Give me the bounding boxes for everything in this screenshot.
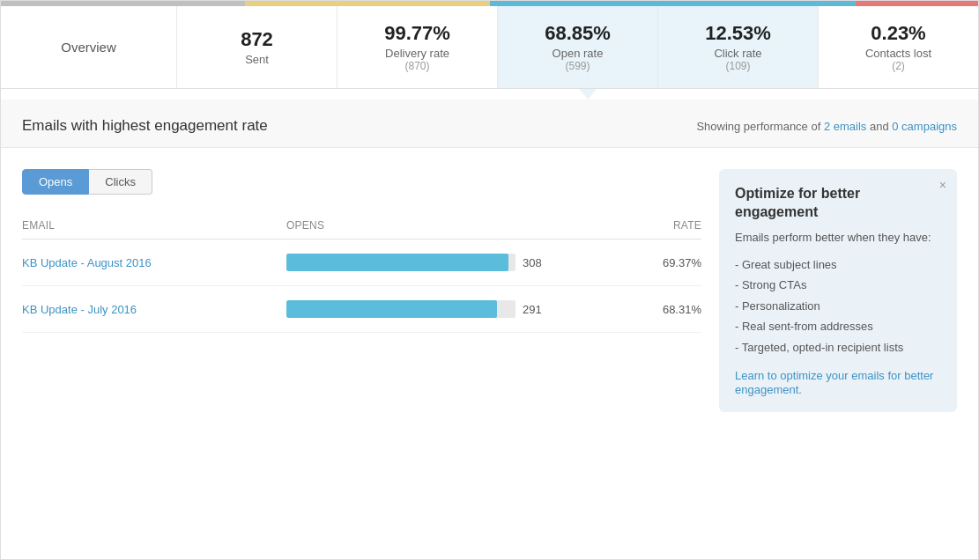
- section-title: Emails with highest engagement rate: [22, 117, 268, 135]
- email-cell-2: KB Update - July 2016: [22, 302, 286, 316]
- stat-sent-value: 872: [241, 28, 273, 51]
- col-header-opens: Opens: [286, 219, 631, 232]
- stat-click-label: Click rate: [714, 47, 761, 60]
- tab-clicks[interactable]: Clicks: [89, 169, 152, 195]
- email-link-1[interactable]: KB Update - August 2016: [22, 256, 152, 269]
- meta-prefix: Showing performance of: [696, 120, 824, 133]
- bar-container-1: 308: [286, 254, 631, 271]
- opens-cell-1: 308: [286, 254, 631, 271]
- tip-item-2: - Strong CTAs: [735, 275, 941, 295]
- stat-delivery-value: 99.77%: [384, 22, 450, 45]
- bar-count-2: 291: [523, 303, 549, 316]
- tab-buttons: Opens Clicks: [22, 169, 701, 195]
- stat-sent-label: Sent: [245, 53, 269, 66]
- section-header: Emails with highest engagement rate Show…: [1, 99, 978, 148]
- overview-label: Overview: [61, 40, 116, 55]
- stat-click: 12.53% Click rate (109): [658, 6, 819, 88]
- stat-sent: 872 Sent: [177, 6, 337, 88]
- rate-value-1: 69.37%: [663, 256, 701, 269]
- rate-cell-1: 69.37%: [631, 255, 701, 269]
- data-table: Email Opens Rate KB Update - August 2016: [22, 212, 701, 333]
- tip-box: × Optimize for better engagement Emails …: [719, 169, 957, 412]
- table-row: KB Update - July 2016 291 68.31%: [22, 286, 701, 333]
- bar-track-1: [286, 254, 515, 271]
- bar-count-1: 308: [523, 256, 549, 269]
- stat-open-label: Open rate: [553, 47, 604, 60]
- rate-cell-2: 68.31%: [631, 302, 701, 316]
- bar-fill-1: [286, 254, 508, 271]
- stat-lost-sub: (2): [892, 60, 905, 72]
- stats-row: Overview 872 Sent 99.77% Delivery rate (…: [1, 6, 978, 89]
- highlight-pointer: [579, 89, 597, 99]
- stat-delivery: 99.77% Delivery rate (870): [337, 6, 498, 88]
- stat-lost-value: 0.23%: [871, 22, 925, 45]
- stat-delivery-sub: (870): [404, 60, 429, 72]
- table-row: KB Update - August 2016 308 69.37%: [22, 239, 701, 286]
- stats-row-wrapper: Overview 872 Sent 99.77% Delivery rate (…: [1, 6, 978, 99]
- stat-open-sub: (599): [565, 60, 590, 72]
- tip-item-5: - Targeted, opted-in recipient lists: [735, 337, 941, 357]
- chart-area: Opens Clicks Email Opens Rate KB Update …: [22, 169, 701, 538]
- tip-title: Optimize for better engagement: [735, 185, 941, 222]
- tip-item-1: - Great subject lines: [735, 254, 941, 275]
- stat-click-sub: (109): [725, 60, 750, 72]
- campaigns-link[interactable]: 0 campaigns: [892, 120, 957, 133]
- tab-opens[interactable]: Opens: [22, 169, 89, 195]
- stat-click-value: 12.53%: [705, 22, 771, 45]
- meta-middle: and: [870, 120, 892, 133]
- close-icon[interactable]: ×: [939, 178, 946, 192]
- bar-fill-2: [286, 300, 497, 318]
- stat-lost: 0.23% Contacts lost (2): [819, 6, 978, 88]
- stat-lost-label: Contacts lost: [865, 47, 931, 60]
- page-container: Overview 872 Sent 99.77% Delivery rate (…: [0, 0, 979, 560]
- email-cell-1: KB Update - August 2016: [22, 255, 286, 269]
- email-link-2[interactable]: KB Update - July 2016: [22, 303, 137, 316]
- bar-track-2: [286, 300, 515, 318]
- tip-intro: Emails perform better when they have:: [735, 231, 941, 244]
- opens-cell-2: 291: [286, 300, 631, 318]
- stat-overview: Overview: [1, 6, 177, 88]
- col-header-email: Email: [22, 219, 286, 232]
- bar-container-2: 291: [286, 300, 631, 318]
- emails-link[interactable]: 2 emails: [824, 120, 866, 133]
- tip-list: - Great subject lines - Strong CTAs - Pe…: [735, 254, 941, 357]
- col-header-rate: Rate: [631, 219, 701, 232]
- rate-value-2: 68.31%: [663, 303, 701, 316]
- table-header: Email Opens Rate: [22, 212, 701, 239]
- tip-item-3: - Personalization: [735, 296, 941, 316]
- section-meta: Showing performance of 2 emails and 0 ca…: [696, 120, 957, 133]
- stat-delivery-label: Delivery rate: [385, 47, 449, 60]
- stat-open: 68.85% Open rate (599): [498, 6, 658, 88]
- tip-item-4: - Real sent-from addresses: [735, 316, 941, 336]
- main-content: Opens Clicks Email Opens Rate KB Update …: [1, 148, 978, 559]
- stat-open-value: 68.85%: [545, 22, 611, 45]
- tip-link[interactable]: Learn to optimize your emails for better…: [735, 369, 933, 396]
